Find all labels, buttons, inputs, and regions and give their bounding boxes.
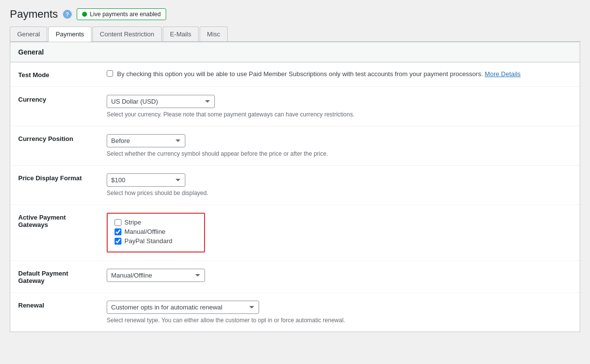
currency-position-description: Select whether the currency symbol shoul… <box>107 150 572 157</box>
currency-content: US Dollar (USD) Euro (EUR) British Pound… <box>107 95 572 118</box>
help-icon[interactable]: ? <box>63 10 72 19</box>
currency-select[interactable]: US Dollar (USD) Euro (EUR) British Pound… <box>107 95 215 108</box>
page-title: Payments <box>10 8 58 21</box>
section-header: General <box>10 42 580 62</box>
test-mode-checkbox[interactable] <box>107 70 113 77</box>
currency-position-content: Before After Select whether the currency… <box>107 134 572 157</box>
active-payment-gateways-label: Active PaymentGateways <box>18 213 107 228</box>
paypal-gateway-label[interactable]: PayPal Standard <box>115 237 197 245</box>
page-header: Payments ? Live payments are enabled <box>10 8 580 21</box>
stripe-gateway-text: Stripe <box>124 219 141 226</box>
currency-position-row: Currency Position Before After Select wh… <box>10 126 580 166</box>
tab-e-mails[interactable]: E-Mails <box>163 27 199 41</box>
manual-gateway-text: Manual/Offline <box>124 228 166 235</box>
default-payment-gateway-label: Default PaymentGateway <box>18 269 107 284</box>
section-title: General <box>18 48 44 56</box>
price-display-format-label: Price Display Format <box>18 173 107 182</box>
currency-row: Currency US Dollar (USD) Euro (EUR) Brit… <box>10 87 580 126</box>
manual-gateway-checkbox[interactable] <box>115 228 121 235</box>
test-mode-label: Test Mode <box>18 70 107 79</box>
tab-payments[interactable]: Payments <box>48 27 91 42</box>
paypal-gateway-text: PayPal Standard <box>124 237 173 245</box>
test-mode-content: By checking this option you will be able… <box>107 70 572 78</box>
default-payment-gateway-content: Manual/Offline PayPal Standard <box>107 269 572 282</box>
paypal-gateway-checkbox[interactable] <box>115 238 121 245</box>
currency-label: Currency <box>18 95 107 103</box>
renewal-row: Renewal Customer opts in for automatic r… <box>10 293 580 332</box>
settings-card: General Test Mode By checking this optio… <box>10 42 580 332</box>
price-display-format-description: Select how prices should be displayed. <box>107 190 572 196</box>
nav-tabs: General Payments Content Restriction E-M… <box>10 27 580 42</box>
status-badge: Live payments are enabled <box>77 8 166 20</box>
price-display-format-content: $100 $ 100 100$ Select how prices should… <box>107 173 572 196</box>
renewal-select[interactable]: Customer opts in for automatic renewal F… <box>107 301 259 314</box>
tab-content-restriction[interactable]: Content Restriction <box>92 27 162 41</box>
test-mode-input-group: By checking this option you will be able… <box>107 70 572 78</box>
status-text: Live payments are enabled <box>90 11 161 18</box>
page-wrapper: Payments ? Live payments are enabled Gen… <box>0 0 590 364</box>
price-display-format-select[interactable]: $100 $ 100 100$ <box>107 173 185 187</box>
active-payment-gateways-content: Stripe Manual/Offline PayPal Standard <box>107 213 572 252</box>
price-display-format-row: Price Display Format $100 $ 100 100$ Sel… <box>10 166 580 205</box>
gateways-box: Stripe Manual/Offline PayPal Standard <box>107 213 205 252</box>
renewal-label: Renewal <box>18 301 107 309</box>
test-mode-description: By checking this option you will be able… <box>117 70 521 78</box>
test-mode-more-details-link[interactable]: More Details <box>485 70 521 78</box>
stripe-gateway-checkbox[interactable] <box>115 219 121 226</box>
currency-position-label: Currency Position <box>18 134 107 142</box>
stripe-gateway-label[interactable]: Stripe <box>115 219 197 226</box>
status-dot <box>82 12 87 17</box>
currency-position-select[interactable]: Before After <box>107 134 185 147</box>
tab-misc[interactable]: Misc <box>200 27 228 41</box>
renewal-description: Select renewal type. You can either allo… <box>107 317 572 324</box>
default-payment-gateway-select[interactable]: Manual/Offline PayPal Standard <box>107 269 205 282</box>
manual-gateway-label[interactable]: Manual/Offline <box>115 228 197 235</box>
default-payment-gateway-row: Default PaymentGateway Manual/Offline Pa… <box>10 261 580 293</box>
renewal-content: Customer opts in for automatic renewal F… <box>107 301 572 324</box>
active-payment-gateways-row: Active PaymentGateways Stripe Manual/Off… <box>10 205 580 261</box>
currency-description: Select your currency. Please note that s… <box>107 111 572 118</box>
test-mode-row: Test Mode By checking this option you wi… <box>10 62 580 87</box>
tab-general[interactable]: General <box>10 27 47 41</box>
